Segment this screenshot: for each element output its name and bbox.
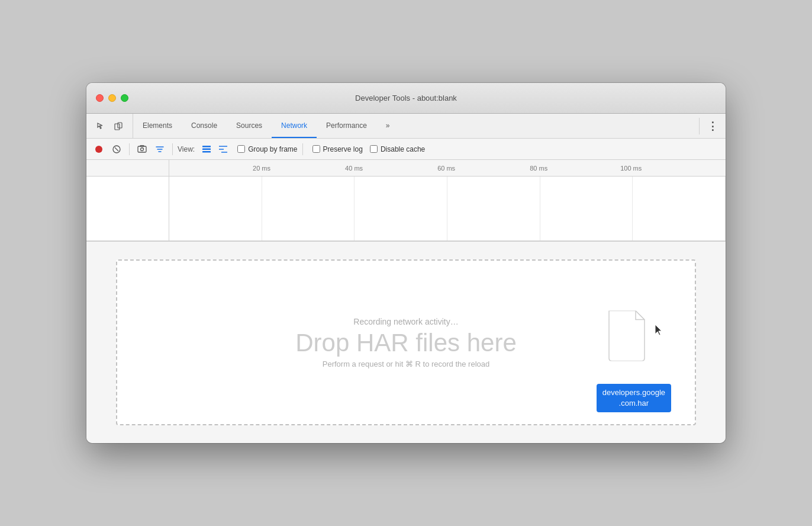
waterfall-view-button[interactable] (216, 142, 230, 156)
separator (129, 143, 130, 155)
preserve-log-checkbox[interactable]: Preserve log (312, 145, 363, 153)
tick-20ms: 20 ms (253, 165, 270, 172)
list-view-button[interactable] (199, 142, 214, 156)
record-button[interactable] (91, 142, 107, 157)
group-by-frame-checkbox[interactable]: Group by frame (237, 145, 297, 153)
capture-screenshots-button[interactable] (134, 142, 150, 157)
grid-lines (169, 177, 726, 240)
timeline-body-right (169, 177, 726, 240)
grid-line-4 (447, 177, 540, 240)
view-label: View: (178, 145, 195, 153)
tick-100ms: 100 ms (620, 165, 642, 172)
minimize-button[interactable] (108, 94, 116, 102)
tab-performance[interactable]: Performance (317, 114, 376, 138)
tick-80ms: 80 ms (530, 165, 547, 172)
svg-rect-5 (138, 146, 146, 152)
filter-button[interactable] (152, 142, 167, 157)
timeline-header: 20 ms 40 ms 60 ms 80 ms 100 ms (86, 160, 726, 177)
recording-text: Recording network activity… (295, 317, 516, 326)
clear-button[interactable] (109, 142, 124, 157)
group-by-frame-input[interactable] (237, 145, 245, 153)
timeline-ticks: 20 ms 40 ms 60 ms 80 ms 100 ms (169, 160, 726, 176)
grid-line-5 (540, 177, 633, 240)
disable-cache-input[interactable] (370, 145, 378, 153)
grid-line-3 (355, 177, 447, 240)
devtools-window: Developer Tools - about:blank Elements C (86, 83, 726, 443)
main-toolbar: Elements Console Sources Network Perform… (86, 114, 726, 139)
preserve-log-input[interactable] (312, 145, 320, 153)
drop-har-text: Drop HAR files here (295, 329, 516, 357)
inspect-element-button[interactable] (92, 118, 109, 134)
svg-rect-10 (202, 151, 211, 153)
tick-40ms: 40 ms (345, 165, 363, 172)
perform-text: Perform a request or hit ⌘ R to record t… (295, 360, 516, 368)
tabs-container: Elements Console Sources Network Perform… (133, 114, 692, 138)
drop-zone[interactable]: Recording network activity… Drop HAR fil… (116, 259, 696, 425)
separator (699, 118, 700, 134)
file-icon (606, 311, 647, 361)
cursor-icon (653, 323, 665, 341)
kebab-menu-button[interactable]: ⋮ (704, 118, 721, 134)
disable-cache-checkbox[interactable]: Disable cache (370, 145, 425, 153)
title-bar: Developer Tools - about:blank (86, 83, 726, 114)
drop-zone-container: Recording network activity… Drop HAR fil… (86, 242, 726, 443)
tick-60ms: 60 ms (437, 165, 455, 172)
svg-rect-0 (115, 124, 120, 130)
timeline-left-spacer (86, 160, 169, 176)
drop-zone-content: Recording network activity… Drop HAR fil… (295, 317, 516, 368)
more-tabs-button[interactable]: » (376, 114, 399, 138)
svg-rect-9 (202, 148, 211, 150)
separator (172, 143, 173, 155)
har-tooltip: developers.google.com.har (597, 384, 671, 412)
traffic-lights (96, 94, 128, 102)
tab-network[interactable]: Network (272, 114, 317, 138)
close-button[interactable] (96, 94, 104, 102)
tab-console[interactable]: Console (182, 114, 227, 138)
grid-line-6 (633, 177, 726, 240)
device-mode-button[interactable] (110, 118, 127, 134)
timeline-body (86, 177, 726, 242)
window-title: Developer Tools - about:blank (355, 94, 457, 102)
toolbar-icons (86, 114, 133, 138)
svg-line-4 (115, 147, 118, 151)
svg-point-6 (141, 147, 144, 150)
network-toolbar: View: Group by frame Preserve log (86, 139, 726, 160)
maximize-button[interactable] (121, 94, 128, 102)
grid-line-1 (169, 177, 262, 240)
separator (302, 143, 303, 155)
timeline-body-left (86, 177, 169, 240)
svg-rect-8 (202, 146, 211, 147)
svg-point-2 (95, 146, 102, 153)
tab-elements[interactable]: Elements (133, 114, 182, 138)
file-icon-wrapper (606, 311, 647, 364)
tab-sources[interactable]: Sources (227, 114, 272, 138)
toolbar-right: ⋮ (692, 114, 726, 138)
grid-line-2 (262, 177, 355, 240)
